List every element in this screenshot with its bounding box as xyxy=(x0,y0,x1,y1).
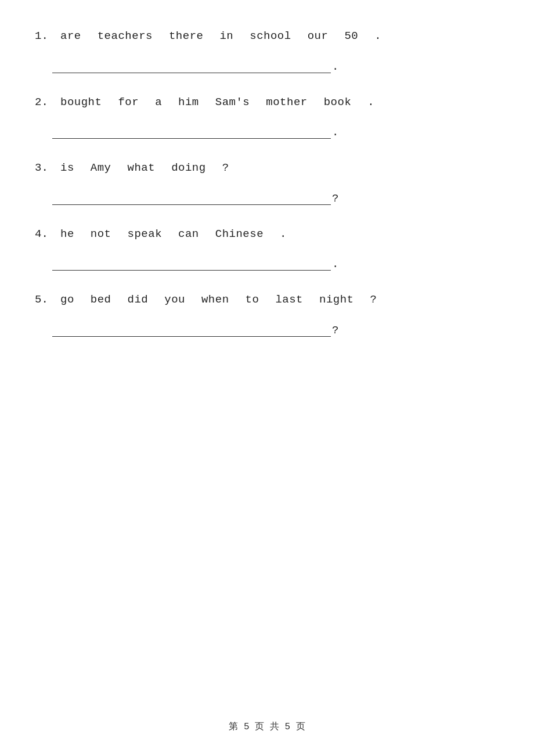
words-row-2: 2.boughtforahimSam'smotherbook. xyxy=(35,89,499,116)
word-4-4: can xyxy=(170,221,207,248)
word-3-4: doing xyxy=(163,155,214,182)
word-4-1: he xyxy=(52,221,82,248)
exercise-item-4: 4.henotspeakcanChinese.. xyxy=(35,221,499,271)
answer-line-5[interactable] xyxy=(52,324,331,337)
word-5-9: ? xyxy=(362,287,385,314)
word-3-1: is xyxy=(52,155,82,182)
word-1-5: school xyxy=(241,23,299,50)
page-footer: 第 5 页 共 5 页 xyxy=(0,721,534,733)
answer-row-3: ? xyxy=(35,192,499,205)
word-1-4: in xyxy=(211,23,241,50)
exercise-item-1: 1.areteachersthereinschoolour50.. xyxy=(35,23,499,73)
word-2-7: book xyxy=(316,89,360,116)
answer-line-2[interactable] xyxy=(52,126,331,139)
word-2-8: . xyxy=(359,89,383,116)
page-content: 1.areteachersthereinschoolour50..2.bough… xyxy=(0,0,534,376)
word-2-3: a xyxy=(147,89,170,116)
answer-punct-4: . xyxy=(332,258,338,271)
word-1-7: 50 xyxy=(336,23,366,50)
answer-row-5: ? xyxy=(35,324,499,337)
exercise-number-1: 1. xyxy=(35,23,52,50)
word-4-6: . xyxy=(272,221,295,248)
answer-line-1[interactable] xyxy=(52,60,331,73)
word-5-4: you xyxy=(156,287,193,314)
word-2-1: bought xyxy=(52,89,110,116)
answer-punct-5: ? xyxy=(332,324,338,337)
word-1-2: teachers xyxy=(89,23,161,50)
word-5-6: to xyxy=(237,287,268,314)
words-row-1: 1.areteachersthereinschoolour50. xyxy=(35,23,499,50)
words-row-4: 4.henotspeakcanChinese. xyxy=(35,221,499,248)
word-5-8: night xyxy=(311,287,362,314)
word-2-4: him xyxy=(170,89,207,116)
word-4-5: Chinese xyxy=(207,221,272,248)
word-2-5: Sam's xyxy=(207,89,258,116)
word-4-2: not xyxy=(82,221,120,248)
exercise-item-2: 2.boughtforahimSam'smotherbook.. xyxy=(35,89,499,139)
word-5-1: go xyxy=(52,287,82,314)
footer-text: 第 5 页 共 5 页 xyxy=(229,722,305,732)
exercise-number-2: 2. xyxy=(35,89,52,116)
word-2-6: mother xyxy=(258,89,315,116)
word-4-3: speak xyxy=(120,221,171,248)
answer-punct-1: . xyxy=(332,60,338,73)
word-1-1: are xyxy=(52,23,89,50)
exercise-number-3: 3. xyxy=(35,155,52,182)
word-3-5: ? xyxy=(214,155,237,182)
exercise-item-3: 3.isAmywhatdoing?? xyxy=(35,155,499,205)
answer-line-4[interactable] xyxy=(52,258,331,271)
word-5-3: did xyxy=(120,287,157,314)
answer-punct-3: ? xyxy=(332,192,338,205)
answer-row-2: . xyxy=(35,126,499,139)
answer-line-3[interactable] xyxy=(52,192,331,205)
answer-row-4: . xyxy=(35,258,499,271)
word-5-5: when xyxy=(193,287,237,314)
exercise-number-4: 4. xyxy=(35,221,52,248)
word-2-2: for xyxy=(110,89,147,116)
word-5-2: bed xyxy=(82,287,120,314)
answer-row-1: . xyxy=(35,60,499,73)
word-1-6: our xyxy=(300,23,337,50)
word-3-3: what xyxy=(120,155,164,182)
word-1-8: . xyxy=(366,23,389,50)
exercise-number-5: 5. xyxy=(35,287,52,314)
answer-punct-2: . xyxy=(332,126,338,139)
words-row-5: 5.gobeddidyouwhentolastnight? xyxy=(35,287,499,314)
word-1-3: there xyxy=(161,23,212,50)
exercise-item-5: 5.gobeddidyouwhentolastnight?? xyxy=(35,287,499,337)
words-row-3: 3.isAmywhatdoing? xyxy=(35,155,499,182)
word-3-2: Amy xyxy=(82,155,120,182)
word-5-7: last xyxy=(267,287,311,314)
